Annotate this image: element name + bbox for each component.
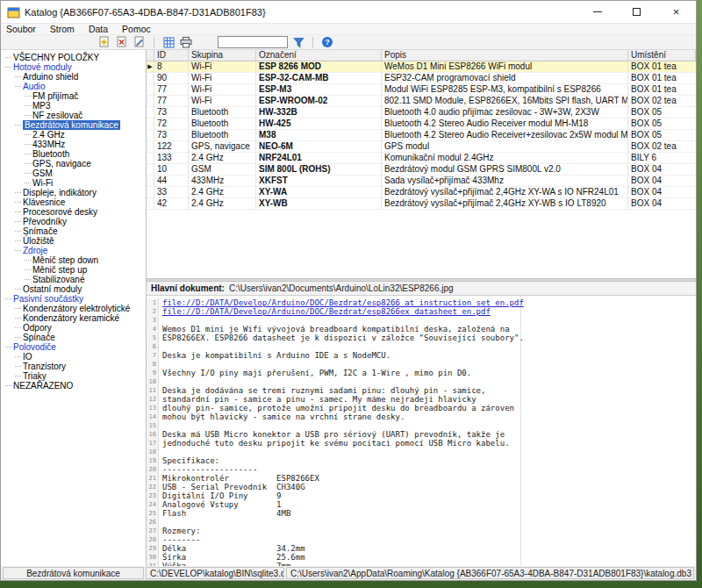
tree-item[interactable]: Polovodiče <box>1 342 146 352</box>
cell-oznaceni: NEO-6M <box>256 141 382 153</box>
tree-item[interactable]: Hotové moduly <box>1 62 146 72</box>
row-selector-cell <box>147 84 154 96</box>
table-row[interactable]: 77 Wi-Fi ESP-M3 Modul WiFi ESP8285 ESP-M… <box>147 84 696 96</box>
table-row[interactable]: 77 Wi-Fi ESP-WROOM-02 802.11 SMD Module,… <box>147 96 696 107</box>
editor-line: 16 Deska má USB Micro konektor a USB pro… <box>147 430 696 439</box>
tree-item[interactable]: Kondenzátory elektrolytické <box>1 304 146 313</box>
tree-item[interactable]: Wi-Fi <box>1 178 146 188</box>
tree-item[interactable]: Kondenzátory keramické <box>1 313 146 323</box>
filter-icon[interactable] <box>291 36 305 49</box>
grid-view-icon[interactable] <box>161 36 176 49</box>
cell-umisteni: BILY 6 <box>628 153 696 164</box>
status-bar: Bezdrátová komunikace C:\DEVELOP\katalog… <box>1 566 696 580</box>
tree-item[interactable]: GSM <box>1 169 146 178</box>
tree-item[interactable]: Měnič step up <box>1 265 146 275</box>
editor-line: 21 Mikrokontrolér ESP8266EX <box>147 474 696 483</box>
tree-item[interactable]: GPS, navigace <box>1 159 146 169</box>
tree-item[interactable]: Úložiště <box>1 236 146 246</box>
tree-item[interactable]: Klávesnice <box>1 197 146 207</box>
menu-item[interactable]: Strom <box>50 24 75 34</box>
tree-item[interactable]: FM přijímač <box>1 91 146 101</box>
print-icon[interactable] <box>179 36 193 49</box>
maximize-button[interactable] <box>617 1 656 23</box>
table-row[interactable]: 133 2.4 GHz NRF24L01 Komunikační modul 2… <box>147 153 696 164</box>
tree-item[interactable]: Triaky <box>1 371 146 381</box>
table-row[interactable]: 90 Wi-Fi ESP-32-CAM-MB ESP32-CAM program… <box>147 73 696 84</box>
tree-item[interactable]: Ostatní moduly <box>1 284 146 294</box>
search-input[interactable] <box>218 36 288 48</box>
tree-item[interactable]: NEZAŘAZENO <box>1 381 146 391</box>
table-row[interactable]: 44 433MHz XKFST Sada vysílač+přijímač 43… <box>147 176 696 187</box>
tree-item-label: Snímače <box>23 226 57 236</box>
tree-item[interactable]: Audio <box>1 82 146 91</box>
table-row[interactable]: 73 Bluetooth HW-332B Bluetooth 4.0 audio… <box>147 107 696 118</box>
maximize-icon <box>633 8 641 16</box>
editor-line: 17 jednoduché tuto desku pripojit ke své… <box>147 439 696 448</box>
menu-item[interactable]: Pomoc <box>122 24 151 34</box>
cell-id: 72 <box>154 118 189 130</box>
tree-item[interactable]: VŠECHNY POLOŽKY <box>1 53 146 62</box>
menu-item[interactable]: Data <box>89 24 108 34</box>
table-row[interactable]: 73 Bluetooth M38 Bluetooth 4.2 Stereo Au… <box>147 130 696 141</box>
tree-item[interactable]: Převodníky <box>1 217 146 226</box>
tree-item[interactable]: Arduino shield <box>1 72 146 82</box>
tree-item-label: VŠECHNY POLOŽKY <box>13 53 99 62</box>
column-header-oznaceni[interactable]: Označení <box>256 50 382 61</box>
tree-item[interactable]: Snímače <box>1 226 146 236</box>
cell-popis: Bluetooth 4.2 Stereo Audio Receiver modu… <box>382 118 628 130</box>
column-header-skupina[interactable]: Skupina <box>189 50 256 61</box>
cell-skupina: Wi-Fi <box>189 96 256 107</box>
close-button[interactable]: × <box>656 1 696 23</box>
tree-item[interactable]: Stabilizované <box>1 275 146 284</box>
edit-record-icon[interactable] <box>133 36 147 49</box>
tree-item-label: Měnič step down <box>32 255 98 265</box>
tree-item[interactable]: Odpory <box>1 323 146 333</box>
tree-item[interactable]: Měnič step down <box>1 255 146 265</box>
tree-item-label: Měnič step up <box>32 265 87 275</box>
line-number: 21 <box>147 474 159 483</box>
menu-item[interactable]: Soubor <box>6 24 36 34</box>
line-text <box>159 342 162 351</box>
tree-item[interactable]: Zdroje <box>1 246 146 255</box>
column-header-id[interactable]: ID <box>154 50 189 61</box>
tree-item[interactable]: Spínače <box>1 333 146 342</box>
tree-item[interactable]: IO <box>1 352 146 362</box>
description-editor[interactable]: 1 file://D:/DATA/Develop/Arduino/DOC/Bez… <box>147 296 696 566</box>
help-icon[interactable]: ? <box>320 36 334 49</box>
records-table: ID Skupina Označení Popis Umístění 8 Wi-… <box>147 50 696 278</box>
app-icon <box>7 6 20 18</box>
tree-item[interactable]: Procesorové desky <box>1 207 146 217</box>
document-link-line[interactable]: 2 file://D:/DATA/Develop/Arduino/DOC/Bez… <box>147 307 696 316</box>
table-row[interactable]: 33 2.4 GHz XY-WA Bezdrátový vysílač+přij… <box>147 187 696 198</box>
table-row[interactable]: 8 Wi-Fi ESP 8266 MOD WeMos D1 Mini ESP82… <box>147 61 696 73</box>
line-number: 23 <box>147 491 159 500</box>
editor-line: 13 dlouhý pin- samice, protože umožní pr… <box>147 404 696 412</box>
document-link-line[interactable]: 1 file://D:/DATA/Develop/Arduino/DOC/Bez… <box>147 298 696 307</box>
minimize-icon <box>593 11 602 12</box>
table-row[interactable]: 72 Bluetooth HW-425 Bluetooth 4.2 Stereo… <box>147 118 696 130</box>
tree-item[interactable]: Tranzistory <box>1 362 146 371</box>
tree-item[interactable]: Pasivní součástky <box>1 294 146 304</box>
cell-umisteni: BOX 01 tea <box>628 84 696 96</box>
tree-item[interactable]: 2.4 GHz <box>1 130 146 140</box>
table-row[interactable]: 42 2.4 GHz XY-WB Bezdrátový vysílač+přij… <box>147 198 696 210</box>
main-document-path[interactable]: C:\Users\ivan2\Documents\Arduino\LoLin32… <box>229 283 454 293</box>
line-text: Specifikace: <box>159 456 219 465</box>
cell-oznaceni: XY-WA <box>256 187 382 198</box>
tree-item[interactable]: NF zesilovač <box>1 111 146 120</box>
editor-line: 26 <box>147 518 696 527</box>
minimize-button[interactable] <box>577 1 617 23</box>
tree-item[interactable]: MP3 <box>1 101 146 111</box>
add-record-icon[interactable] <box>97 36 111 49</box>
tree-item-label: Bezdrátová komunikace <box>23 120 120 130</box>
table-row[interactable]: 122 GPS, navigace NEO-6M GPS modul BOX 0… <box>147 141 696 153</box>
column-header-popis[interactable]: Popis <box>382 50 628 61</box>
delete-record-icon[interactable] <box>115 36 129 49</box>
tree-item[interactable]: Displeje, indikátory <box>1 188 146 197</box>
line-number: 1 <box>147 298 159 307</box>
table-row[interactable]: 10 GSM SIM 800L (ROHS) Bezdrátový modul … <box>147 164 696 176</box>
tree-item[interactable]: 433MHz <box>1 140 146 149</box>
column-header-umisteni[interactable]: Umístění <box>628 50 696 61</box>
tree-item[interactable]: Bluetooth <box>1 149 146 159</box>
tree-item[interactable]: Bezdrátová komunikace <box>1 120 146 130</box>
